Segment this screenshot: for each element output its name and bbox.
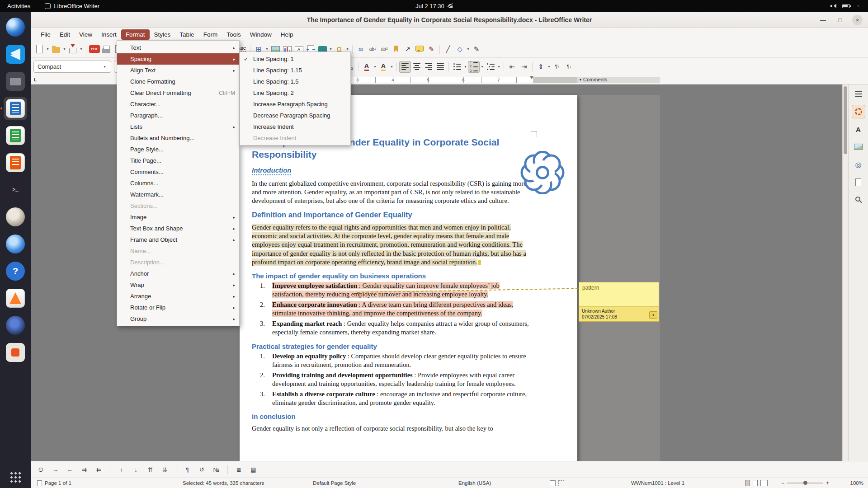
font-color-dropdown-icon[interactable]: ▾ bbox=[373, 61, 377, 73]
document-page[interactable]: The Importance of Gender Equality in Cor… bbox=[240, 95, 577, 461]
font-color-icon[interactable]: A bbox=[361, 61, 373, 73]
bookmark-icon[interactable] bbox=[390, 43, 402, 55]
menu-view[interactable]: View bbox=[75, 29, 97, 40]
flower-shape[interactable] bbox=[520, 151, 565, 194]
focused-app-indicator[interactable]: LibreOffice Writer bbox=[45, 3, 99, 9]
basic-shapes-icon[interactable]: ◇ bbox=[454, 43, 466, 55]
print-icon[interactable] bbox=[100, 43, 112, 55]
increase-indent-icon[interactable]: ⇥ bbox=[518, 61, 530, 73]
scrollbar-thumb[interactable] bbox=[844, 86, 847, 154]
properties-deck-icon[interactable] bbox=[852, 105, 865, 118]
increase-paragraph-spacing-icon[interactable]: ¶↑ bbox=[552, 61, 563, 73]
comments-toggle[interactable]: ▾ Comments bbox=[580, 77, 607, 82]
menu-window[interactable]: Window bbox=[245, 29, 276, 40]
line-spacing-icon[interactable]: ⇕ bbox=[535, 61, 547, 73]
menu-item-increase-paragraph-spacing[interactable]: Increase Paragraph Spacing bbox=[240, 99, 350, 110]
zoom-percent[interactable]: 100% bbox=[850, 478, 863, 488]
open-file-dropdown-icon[interactable]: ▾ bbox=[62, 43, 67, 55]
dock-firefox[interactable] bbox=[4, 15, 27, 39]
highlight-color-icon[interactable]: A bbox=[377, 61, 389, 73]
language-field[interactable]: English (USA) bbox=[458, 478, 491, 488]
zoom-slider[interactable]: − + bbox=[781, 478, 829, 488]
list-item[interactable]: 3. Establish a diverse corporate culture… bbox=[252, 390, 532, 407]
menu-item-columns[interactable]: Columns... bbox=[117, 178, 239, 189]
menu-item-character[interactable]: Character... bbox=[117, 99, 239, 110]
footnote-icon[interactable]: ab¹ bbox=[367, 43, 378, 55]
menu-item-clear-direct-formatting[interactable]: Clear Direct FormattingCtrl+M bbox=[117, 87, 239, 99]
save-dropdown-icon[interactable]: ▾ bbox=[79, 43, 84, 55]
list-item[interactable]: 2. Providing training and development op… bbox=[252, 371, 532, 388]
menu-help[interactable]: Help bbox=[276, 29, 298, 40]
track-changes-icon[interactable]: ✎ bbox=[425, 43, 437, 55]
dock-vlc[interactable] bbox=[4, 286, 27, 310]
doc-heading-definition[interactable]: Definition and Importance of Gender Equa… bbox=[252, 211, 532, 219]
doc-heading-conclusion[interactable]: in conclusion bbox=[252, 413, 532, 420]
zoom-knob[interactable] bbox=[803, 481, 807, 485]
outline-list-icon[interactable] bbox=[485, 61, 496, 73]
zoom-track[interactable] bbox=[787, 483, 823, 483]
page-style-field[interactable]: Default Page Style bbox=[313, 478, 356, 488]
cross-reference-icon[interactable]: ↗ bbox=[402, 43, 414, 55]
doc-heading-strategies[interactable]: Practical strategies for gender equality bbox=[252, 343, 532, 350]
dock-chromium[interactable] bbox=[4, 232, 27, 256]
style-inspector-icon[interactable] bbox=[852, 193, 865, 206]
move-down-with-subpoints-icon[interactable]: ⇊ bbox=[159, 464, 170, 475]
doc-paragraph-2[interactable]: Gender equality refers to the equal righ… bbox=[252, 223, 532, 267]
doc-paragraph-1[interactable]: In the current globalized competitive en… bbox=[252, 179, 532, 205]
doc-heading-introduction[interactable]: Introduction bbox=[252, 166, 291, 175]
close-button[interactable]: × bbox=[852, 15, 863, 25]
minimize-button[interactable]: — bbox=[818, 15, 828, 25]
menu-item-line-spacing-2[interactable]: Line Spacing: 2 bbox=[240, 87, 350, 99]
doc-paragraph-last[interactable]: Gender equality is not only a reflection… bbox=[252, 424, 532, 433]
menu-item-line-spacing-115[interactable]: Line Spacing: 1.15 bbox=[240, 65, 350, 76]
insert-comment-icon[interactable] bbox=[414, 43, 425, 55]
list-level-field[interactable]: WWNum1001 : Level 1 bbox=[631, 478, 684, 488]
dock-software-center[interactable] bbox=[4, 341, 27, 364]
menu-item-group[interactable]: Group▸ bbox=[117, 313, 239, 324]
menu-format[interactable]: Format bbox=[121, 29, 150, 40]
comment-menu-button[interactable]: ▾ bbox=[649, 311, 657, 319]
paragraph-style-combo[interactable]: Compact ▾ bbox=[33, 61, 111, 73]
outline-grid-icon[interactable]: ▤ bbox=[248, 464, 259, 475]
navigator-deck-icon[interactable]: ◎ bbox=[852, 158, 865, 171]
page-deck-icon[interactable] bbox=[852, 175, 865, 189]
zoom-in-icon[interactable]: + bbox=[826, 480, 829, 486]
system-tray[interactable]: ▾ bbox=[830, 0, 868, 12]
dock-libreoffice-calc[interactable] bbox=[4, 124, 27, 147]
list-item[interactable]: 3. Expanding market reach : Gender equal… bbox=[252, 319, 532, 337]
draw-functions-icon[interactable]: ✎ bbox=[471, 43, 482, 55]
no-list-icon[interactable]: ∅ bbox=[35, 464, 47, 475]
bullet-list-dropdown-icon[interactable]: ▾ bbox=[463, 61, 468, 73]
menu-item-image[interactable]: Image▸ bbox=[117, 211, 239, 223]
justify-icon[interactable] bbox=[434, 61, 446, 73]
multi-page-view-icon[interactable] bbox=[753, 480, 758, 486]
list-format-icon[interactable]: ≣ bbox=[233, 464, 245, 475]
list-item[interactable]: 2. Enhance corporate innovation : A dive… bbox=[252, 300, 532, 318]
list-item[interactable]: 1. Develop an equality policy : Companie… bbox=[252, 352, 532, 369]
menu-item-bullets-and-numbering[interactable]: Bullets and Numbering... bbox=[117, 132, 239, 144]
menu-item-lists[interactable]: Lists▸ bbox=[117, 121, 239, 132]
dock-libreoffice-impress[interactable] bbox=[4, 151, 27, 174]
menu-item-rotate-or-flip[interactable]: Rotate or Flip▸ bbox=[117, 302, 239, 313]
insert-unnumbered-entry-icon[interactable]: ¶ bbox=[182, 464, 193, 475]
menu-item-page-style[interactable]: Page Style... bbox=[117, 144, 239, 155]
highlighted-text[interactable]: Gender equality refers to the equal righ… bbox=[252, 224, 526, 266]
activities-button[interactable]: Activities bbox=[0, 0, 38, 12]
gallery-deck-icon[interactable] bbox=[852, 140, 865, 154]
menu-item-title-page[interactable]: Title Page... bbox=[117, 155, 239, 166]
endnote-icon[interactable]: ab² bbox=[378, 43, 390, 55]
dock-vscode[interactable] bbox=[4, 42, 27, 66]
menu-item-line-spacing-1[interactable]: ✓Line Spacing: 1 bbox=[240, 53, 350, 65]
zoom-out-icon[interactable]: − bbox=[781, 480, 784, 486]
menu-item-paragraph[interactable]: Paragraph... bbox=[117, 110, 239, 121]
titlebar[interactable]: The Importance of Gender Equality in Cor… bbox=[31, 12, 868, 28]
comment-box[interactable]: pattern Unknown Author 07/02/2025 17:08 … bbox=[579, 282, 659, 322]
menu-item-increase-indent[interactable]: Increase Indent bbox=[240, 121, 350, 132]
restart-numbering-icon[interactable]: ↺ bbox=[196, 464, 208, 475]
menu-tools[interactable]: Tools bbox=[222, 29, 245, 40]
sidebar-settings-icon[interactable] bbox=[852, 87, 865, 101]
dock-libreoffice-writer[interactable] bbox=[4, 97, 27, 120]
numbered-list-icon[interactable] bbox=[468, 61, 480, 73]
decrease-paragraph-spacing-icon[interactable]: ¶↓ bbox=[563, 61, 575, 73]
basic-shapes-dropdown-icon[interactable]: ▾ bbox=[466, 43, 471, 55]
